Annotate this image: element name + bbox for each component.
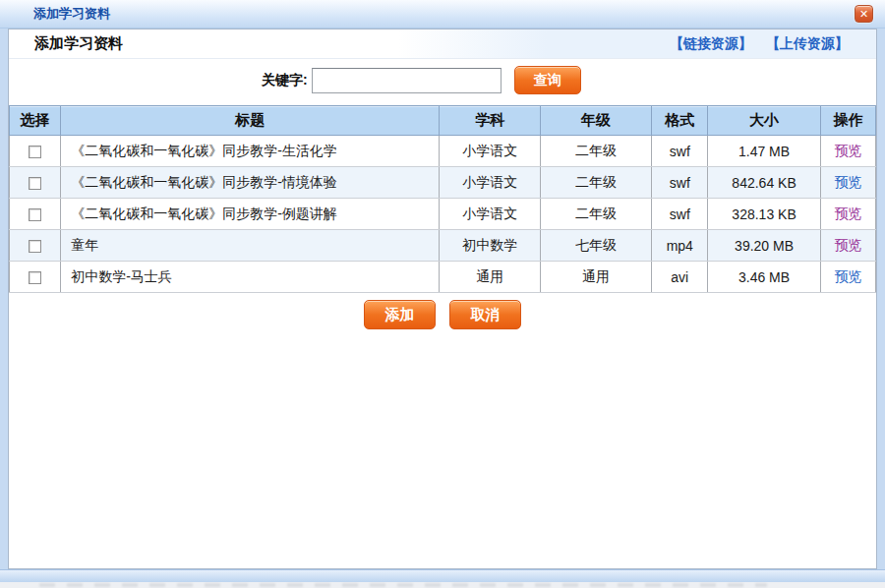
row-size: 1.47 MB [708, 136, 820, 167]
preview-link[interactable]: 预览 [834, 237, 861, 253]
table-row: 初中数学-马士兵通用通用avi3.46 MB预览 [10, 262, 876, 293]
row-subject: 小学语文 [440, 167, 540, 199]
row-title: 《二氧化碳和一氧化碳》同步教学-例题讲解 [61, 199, 440, 230]
row-format: swf [652, 199, 708, 230]
action-cell: 预览 [820, 167, 875, 199]
col-header-grade: 年级 [540, 106, 651, 136]
background-blurred-text [39, 583, 767, 587]
table-row: 《二氧化碳和一氧化碳》同步教学-例题讲解小学语文二年级swf328.13 KB预… [10, 199, 876, 230]
select-cell [10, 167, 61, 199]
row-title: 童年 [61, 230, 440, 262]
action-cell: 预览 [820, 262, 875, 293]
row-checkbox[interactable] [29, 271, 41, 284]
dialog-window: 添加学习资料 ✕ 添加学习资料 【链接资源】 【上传资源】 关键字: 查询 选 [0, 0, 885, 588]
dialog-body: 添加学习资料 【链接资源】 【上传资源】 关键字: 查询 选择 标题 学科 [8, 29, 877, 569]
row-checkbox[interactable] [29, 146, 41, 158]
search-button[interactable]: 查询 [514, 66, 581, 94]
row-grade: 二年级 [540, 199, 651, 230]
preview-link[interactable]: 预览 [834, 174, 861, 190]
materials-table: 选择 标题 学科 年级 格式 大小 操作 《二氧化碳和一氧化碳》同步教学-生活化… [9, 105, 876, 293]
table-row: 《二氧化碳和一氧化碳》同步教学-情境体验小学语文二年级swf842.64 KB预… [10, 167, 876, 199]
close-icon[interactable]: ✕ [855, 5, 873, 23]
row-size: 39.20 MB [708, 230, 820, 262]
preview-link[interactable]: 预览 [834, 206, 861, 221]
row-format: mp4 [652, 230, 708, 262]
table-header-row: 选择 标题 学科 年级 格式 大小 操作 [10, 106, 876, 136]
select-cell [10, 262, 61, 293]
row-title: 《二氧化碳和一氧化碳》同步教学-情境体验 [61, 167, 440, 199]
row-size: 328.13 KB [708, 199, 820, 230]
row-subject: 通用 [440, 262, 540, 293]
row-subject: 小学语文 [440, 136, 540, 167]
col-header-size: 大小 [708, 106, 820, 136]
search-row: 关键字: 查询 [9, 59, 876, 103]
table-row: 《二氧化碳和一氧化碳》同步教学-生活化学小学语文二年级swf1.47 MB预览 [10, 136, 876, 167]
col-header-action: 操作 [820, 106, 875, 136]
row-grade: 二年级 [540, 167, 651, 199]
row-checkbox[interactable] [29, 208, 41, 221]
row-format: swf [652, 136, 708, 167]
col-header-format: 格式 [652, 106, 708, 136]
row-size: 842.64 KB [708, 167, 820, 199]
title-bar: 添加学习资料 ✕ [0, 0, 885, 29]
link-resource-link[interactable]: 【链接资源】 [670, 35, 752, 53]
row-subject: 小学语文 [440, 199, 540, 230]
row-grade: 通用 [540, 262, 651, 293]
row-format: avi [652, 262, 708, 293]
row-title: 初中数学-马士兵 [61, 262, 440, 293]
panel-header: 添加学习资料 【链接资源】 【上传资源】 [9, 29, 876, 59]
select-cell [10, 136, 61, 167]
row-checkbox[interactable] [29, 177, 41, 190]
row-size: 3.46 MB [708, 262, 820, 293]
background-page-edge [0, 582, 885, 588]
row-checkbox[interactable] [29, 240, 41, 253]
table-body: 《二氧化碳和一氧化碳》同步教学-生活化学小学语文二年级swf1.47 MB预览《… [10, 136, 876, 293]
table-row: 童年初中数学七年级mp439.20 MB预览 [10, 230, 876, 262]
footer-buttons: 添加 取消 [9, 300, 876, 329]
action-cell: 预览 [820, 199, 875, 230]
upload-resource-link[interactable]: 【上传资源】 [766, 35, 849, 53]
preview-link[interactable]: 预览 [834, 268, 861, 284]
row-grade: 七年级 [540, 230, 651, 262]
col-header-select: 选择 [10, 106, 61, 136]
col-header-subject: 学科 [440, 106, 540, 136]
preview-link[interactable]: 预览 [834, 143, 861, 158]
select-cell [10, 230, 61, 262]
row-subject: 初中数学 [440, 230, 540, 262]
cancel-button[interactable]: 取消 [449, 300, 521, 329]
window-title: 添加学习资料 [33, 5, 110, 23]
row-format: swf [652, 167, 708, 199]
add-button[interactable]: 添加 [364, 300, 436, 329]
col-header-title: 标题 [61, 106, 440, 136]
action-cell: 预览 [820, 230, 875, 262]
dialog-bottom-frame [0, 569, 885, 582]
row-grade: 二年级 [540, 136, 651, 167]
keyword-label: 关键字: [262, 72, 308, 89]
select-cell [10, 199, 61, 230]
keyword-input[interactable] [312, 68, 502, 93]
row-title: 《二氧化碳和一氧化碳》同步教学-生活化学 [61, 136, 440, 167]
header-links: 【链接资源】 【上传资源】 [670, 35, 849, 53]
action-cell: 预览 [820, 136, 875, 167]
page-title: 添加学习资料 [34, 34, 123, 53]
